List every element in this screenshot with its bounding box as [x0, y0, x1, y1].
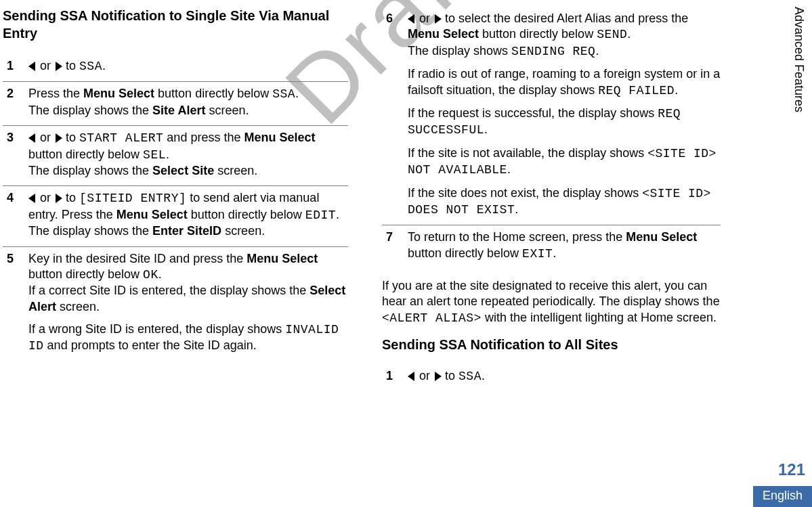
paragraph: If the site does not exist, the display …	[408, 185, 721, 219]
text: or	[416, 369, 433, 382]
code: START ALERT	[79, 131, 163, 145]
text: or	[37, 59, 54, 72]
left-column: Sending SSA Notification to Single Site …	[3, 7, 375, 474]
step-5: Key in the desired Site ID and press the…	[3, 247, 348, 361]
text: screen.	[221, 224, 265, 238]
left-arrow-icon	[28, 194, 35, 203]
bold: Menu Select	[244, 131, 315, 144]
text: button directly below	[154, 87, 272, 100]
text: .	[295, 87, 299, 100]
code: SSA	[458, 370, 482, 383]
steps-list-1: or to SSA. Press the Menu Select button …	[3, 54, 348, 361]
text: .	[158, 267, 162, 281]
text: If a correct Site ID is entered, the dis…	[28, 284, 309, 297]
text: and prompts to enter the Site ID again.	[44, 338, 257, 352]
bold: Menu Select	[247, 252, 318, 265]
text: button directly below	[28, 267, 143, 281]
left-arrow-icon	[28, 62, 35, 71]
text: screen.	[214, 164, 257, 177]
text: button directly below	[479, 27, 597, 41]
steps-list-1b: or to select the desired Alert Alias and…	[382, 7, 721, 269]
code: SENDING REQ	[511, 45, 595, 58]
section-title: Sending SSA Notification to Single Site …	[3, 7, 348, 42]
text: to	[62, 131, 79, 144]
bold: Menu Select	[83, 87, 154, 100]
text: .	[484, 123, 488, 136]
text: or	[416, 12, 433, 25]
page-content: Sending SSA Notification to Single Site …	[0, 0, 772, 474]
text: The display shows the	[28, 164, 152, 177]
text: button directly below	[188, 208, 305, 221]
paragraph: If the request is successful, the displa…	[408, 106, 721, 139]
code: [SITEID ENTRY]	[79, 192, 186, 205]
text: If the site is not available, the displa…	[408, 146, 647, 160]
text: .	[166, 148, 169, 161]
text: to select the desired Alert Alias and pr…	[442, 12, 688, 25]
page-number: 121	[778, 460, 805, 479]
right-column: or to select the desired Alert Alias and…	[375, 7, 748, 474]
right-arrow-icon	[435, 372, 442, 381]
step-7: To return to the Home screen, press the …	[382, 225, 721, 269]
right-arrow-icon	[56, 62, 62, 71]
code: EDIT	[305, 208, 336, 222]
text: to	[442, 369, 458, 382]
steps-list-2: or to SSA.	[382, 364, 721, 391]
text: to	[62, 59, 79, 72]
code: REQ FAILED	[598, 84, 675, 97]
text: If the site does not exist, the display …	[408, 186, 642, 200]
text: If a wrong Site ID is entered, the displ…	[28, 322, 285, 336]
language-tab: English	[753, 486, 812, 507]
paragraph: If the site is not available, the displa…	[408, 146, 721, 179]
side-tab-label: Advanced Features	[785, 3, 812, 145]
text: to	[62, 191, 79, 204]
paragraph: If a wrong Site ID is entered, the displ…	[28, 322, 348, 355]
text: .	[675, 83, 678, 97]
code: SEND	[597, 28, 627, 41]
step-2: Press the Menu Select button directly be…	[3, 82, 348, 126]
text: screen.	[56, 300, 100, 313]
text: .	[515, 202, 518, 216]
bold: Site Alert	[152, 104, 205, 117]
bold: Menu Select	[626, 230, 697, 244]
section-title-2: Sending SSA Notification to All Sites	[382, 336, 721, 353]
bold: Menu Select	[116, 208, 188, 221]
step-3: or to START ALERT and press the Menu Sel…	[3, 126, 348, 186]
code: OK	[143, 268, 158, 282]
text: Press the	[28, 87, 83, 100]
right-arrow-icon	[56, 133, 62, 143]
code: <ALERT ALIAS>	[382, 311, 482, 325]
text: .	[627, 27, 631, 41]
step-1: or to SSA.	[3, 54, 348, 82]
text: The display shows	[408, 44, 511, 58]
bold: Select Site	[152, 164, 214, 177]
right-arrow-icon	[435, 14, 442, 24]
code: SEL	[143, 148, 166, 162]
text: or	[37, 191, 54, 204]
text: or	[37, 131, 54, 144]
left-arrow-icon	[408, 14, 414, 24]
text: .	[507, 162, 511, 176]
text: with the intelligent lighting at Home sc…	[482, 311, 717, 324]
bold: Enter SiteID	[152, 224, 221, 238]
text: .	[553, 246, 556, 260]
text: To return to the Home screen, press the	[408, 230, 626, 244]
step-1b: or to SSA.	[382, 364, 721, 391]
text: If the request is successful, the displa…	[408, 106, 658, 120]
text: .	[102, 59, 106, 72]
text: If you are at the site designated to rec…	[382, 279, 720, 308]
left-arrow-icon	[408, 372, 414, 381]
left-arrow-icon	[28, 133, 35, 143]
text: and press the	[163, 131, 244, 144]
note-paragraph: If you are at the site designated to rec…	[382, 278, 721, 326]
bold: Menu Select	[408, 27, 479, 41]
text: The display shows the	[28, 224, 152, 238]
text: screen.	[205, 104, 249, 117]
step-4: or to [SITEID ENTRY] to send alert via m…	[3, 186, 348, 246]
code: EXIT	[522, 247, 553, 261]
text: .	[482, 369, 485, 382]
text: button directly below	[408, 246, 522, 260]
text: The display shows the	[28, 104, 152, 117]
code: SSA	[272, 87, 295, 101]
text: Key in the desired Site ID and press the	[28, 252, 247, 265]
code: SSA	[79, 60, 102, 73]
